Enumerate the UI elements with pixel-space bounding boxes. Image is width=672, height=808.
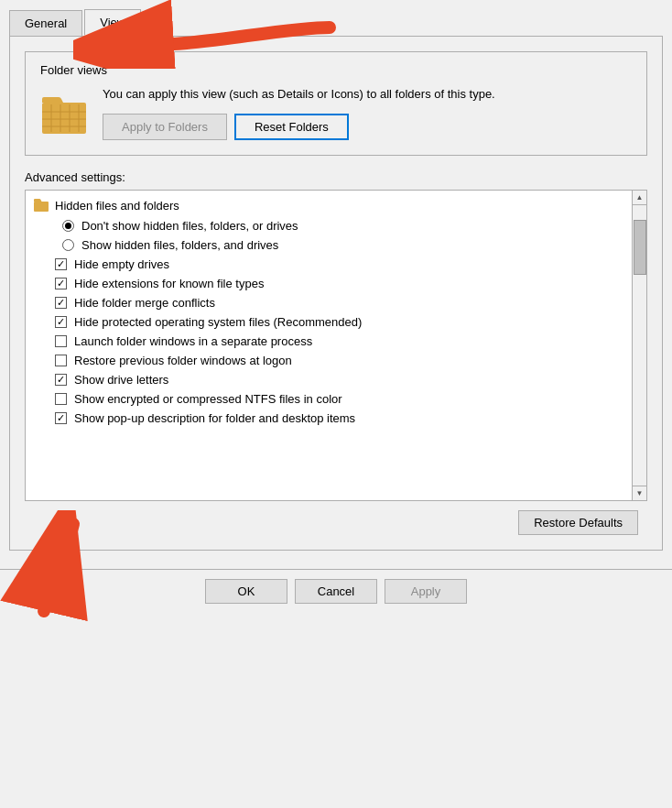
tab-view[interactable]: View [84, 9, 141, 36]
cancel-button[interactable]: Cancel [295, 579, 377, 604]
radio-show-hidden-indicator [62, 239, 74, 251]
scrollbar-up-arrow[interactable]: ▲ [633, 191, 647, 205]
tab-general[interactable]: General [9, 10, 82, 36]
checkbox-hide-merge-conflicts-indicator [55, 297, 67, 309]
folder-icon [40, 92, 88, 136]
scrollbar[interactable]: ▲ ▼ [632, 191, 646, 500]
checkbox-show-drive-letters-indicator [55, 374, 67, 386]
group-hidden-files: Hidden files and folders [26, 194, 632, 216]
apply-button[interactable]: Apply [385, 579, 467, 604]
dialog-buttons-bar: OK Cancel Apply [0, 569, 672, 613]
radio-dont-show-hidden-indicator [62, 220, 74, 232]
tab-bar: General View [0, 0, 672, 36]
checkbox-show-encrypted-ntfs[interactable]: Show encrypted or compressed NTFS files … [26, 389, 632, 409]
checkbox-show-popup-desc-label: Show pop-up description for folder and d… [74, 411, 355, 425]
checkbox-hide-extensions[interactable]: Hide extensions for known file types [26, 274, 632, 293]
restore-defaults-button[interactable]: Restore Defaults [518, 510, 638, 535]
radio-show-hidden[interactable]: Show hidden files, folders, and drives [26, 235, 632, 255]
checkbox-hide-merge-conflicts[interactable]: Hide folder merge conflicts [26, 293, 632, 312]
checkbox-launch-folder-windows-label: Launch folder windows in a separate proc… [74, 334, 312, 348]
apply-to-folders-button[interactable]: Apply to Folders [103, 114, 227, 140]
folder-views-desc: You can apply this view (such as Details… [103, 86, 632, 103]
settings-list[interactable]: Hidden files and folders Don't show hidd… [26, 191, 632, 500]
svg-rect-2 [42, 103, 86, 134]
checkbox-hide-extensions-label: Hide extensions for known file types [74, 277, 264, 290]
checkbox-show-popup-desc-indicator [55, 412, 67, 424]
radio-dont-show-hidden[interactable]: Don't show hidden files, folders, or dri… [26, 216, 632, 235]
dialog-window: General View Folder views [0, 0, 672, 808]
checkbox-hide-merge-conflicts-label: Hide folder merge conflicts [74, 296, 215, 310]
checkbox-restore-folder-windows[interactable]: Restore previous folder windows at logon [26, 351, 632, 370]
scrollbar-down-arrow[interactable]: ▼ [633, 486, 647, 500]
advanced-settings-label: Advanced settings: [25, 170, 647, 184]
folder-icon-svg [40, 92, 88, 136]
folder-views-buttons: Apply to Folders Reset Folders [103, 114, 632, 140]
group-hidden-files-label: Hidden files and folders [55, 199, 179, 213]
checkbox-show-encrypted-ntfs-label: Show encrypted or compressed NTFS files … [74, 392, 342, 406]
checkbox-show-encrypted-ntfs-indicator [55, 393, 67, 405]
checkbox-hide-empty-drives[interactable]: Hide empty drives [26, 255, 632, 274]
checkbox-show-drive-letters[interactable]: Show drive letters [26, 370, 632, 389]
folder-views-right: You can apply this view (such as Details… [103, 86, 632, 140]
ok-button[interactable]: OK [205, 579, 287, 604]
checkbox-restore-folder-windows-indicator [55, 355, 67, 366]
restore-defaults-row: Restore Defaults [34, 510, 638, 535]
checkbox-hide-empty-drives-label: Hide empty drives [74, 257, 169, 271]
folder-views-label: Folder views [40, 63, 632, 77]
group-folder-icon [33, 198, 49, 213]
checkbox-show-drive-letters-label: Show drive letters [74, 373, 168, 387]
checkbox-restore-folder-windows-label: Restore previous folder windows at logon [74, 354, 292, 367]
radio-show-hidden-label: Show hidden files, folders, and drives [81, 238, 278, 252]
checkbox-hide-extensions-indicator [55, 278, 67, 289]
checkbox-hide-protected-os-label: Hide protected operating system files (R… [74, 315, 362, 329]
scrollbar-thumb[interactable] [634, 220, 646, 275]
checkbox-hide-empty-drives-indicator [55, 258, 67, 270]
folder-views-section: Folder views [25, 51, 647, 156]
checkbox-hide-protected-os[interactable]: Hide protected operating system files (R… [26, 312, 632, 332]
svg-rect-10 [34, 202, 49, 212]
checkbox-launch-folder-windows[interactable]: Launch folder windows in a separate proc… [26, 332, 632, 351]
radio-dont-show-hidden-label: Don't show hidden files, folders, or dri… [81, 219, 298, 233]
reset-folders-button[interactable]: Reset Folders [234, 114, 349, 140]
folder-views-content: You can apply this view (such as Details… [40, 86, 632, 140]
checkbox-launch-folder-windows-indicator [55, 335, 67, 347]
checkbox-show-popup-desc[interactable]: Show pop-up description for folder and d… [26, 409, 632, 428]
checkbox-hide-protected-os-indicator [55, 316, 67, 328]
main-content: Folder views [9, 36, 663, 551]
advanced-settings-container: Hidden files and folders Don't show hidd… [25, 190, 647, 501]
